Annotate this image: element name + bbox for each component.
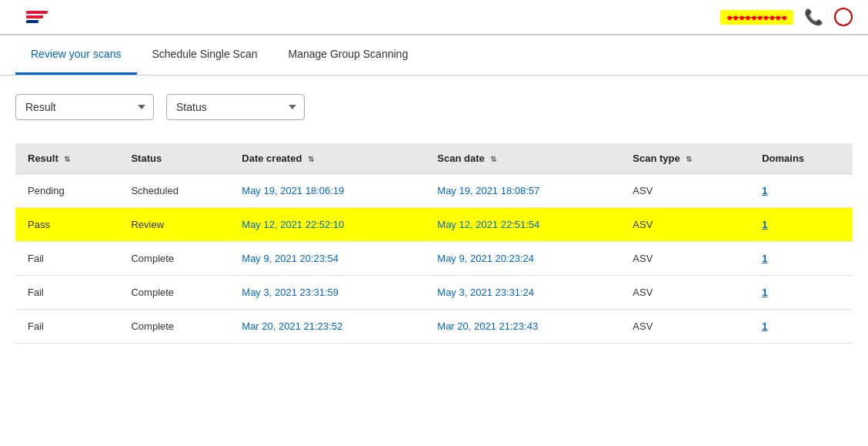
cell-scan_type: ASV bbox=[620, 310, 749, 344]
col-domains: Domains bbox=[749, 143, 853, 174]
header-right: ●●●●●●●●●● 📞 bbox=[720, 8, 853, 26]
table-row: FailCompleteMar 20, 2021 21:23:52Mar 20,… bbox=[15, 310, 853, 344]
table-row: PassReviewMay 12, 2021 22:52:10May 12, 2… bbox=[15, 208, 853, 242]
sort-scan-type-icon: ⇅ bbox=[686, 155, 692, 163]
col-status: Status bbox=[119, 143, 229, 174]
cell-scan_date[interactable]: May 12, 2021 22:51:54 bbox=[425, 208, 620, 242]
col-date-created[interactable]: Date created ⇅ bbox=[229, 143, 425, 174]
sort-scan-date-icon: ⇅ bbox=[490, 155, 496, 163]
help-icon[interactable] bbox=[834, 8, 853, 26]
nav-tabs: Review your scans Schedule Single Scan M… bbox=[0, 35, 868, 75]
cell-domains[interactable]: 1 bbox=[749, 310, 853, 344]
cell-status: Complete bbox=[119, 276, 229, 310]
cell-scan_type: ASV bbox=[620, 242, 749, 276]
phone-icon[interactable]: 📞 bbox=[804, 8, 823, 26]
sort-date-created-icon: ⇅ bbox=[308, 155, 314, 163]
cell-date_created[interactable]: May 12, 2021 22:52:10 bbox=[229, 208, 425, 242]
cell-result: Pass bbox=[15, 208, 119, 242]
cell-result: Fail bbox=[15, 310, 119, 344]
col-result[interactable]: Result ⇅ bbox=[15, 143, 119, 174]
cell-date_created[interactable]: May 3, 2021 23:31:59 bbox=[229, 276, 425, 310]
tab-schedule-scan[interactable]: Schedule Single Scan bbox=[137, 35, 273, 75]
cell-status: Scheduled bbox=[119, 174, 229, 208]
logo-area bbox=[15, 11, 48, 23]
cell-result: Fail bbox=[15, 276, 119, 310]
scans-table: Result ⇅ Status Date created ⇅ Scan date… bbox=[15, 143, 853, 344]
cell-scan_type: ASV bbox=[620, 208, 749, 242]
cell-scan_date[interactable]: Mar 20, 2021 21:23:43 bbox=[425, 310, 620, 344]
cell-domains[interactable]: 1 bbox=[749, 174, 853, 208]
filters: Result Pass Fail Pending Status Schedule… bbox=[15, 94, 853, 120]
header: ●●●●●●●●●● 📞 bbox=[0, 0, 868, 35]
cell-scan_type: ASV bbox=[620, 276, 749, 310]
cell-date_created[interactable]: May 9, 2021 20:23:54 bbox=[229, 242, 425, 276]
table-body: PendingScheduledMay 19, 2021 18:06:19May… bbox=[15, 174, 853, 344]
result-filter[interactable]: Result Pass Fail Pending bbox=[15, 94, 154, 120]
col-scan-date[interactable]: Scan date ⇅ bbox=[425, 143, 620, 174]
logo-icon bbox=[26, 11, 48, 23]
username-display: ●●●●●●●●●● bbox=[720, 10, 793, 25]
cell-domains[interactable]: 1 bbox=[749, 208, 853, 242]
stripe-2 bbox=[26, 15, 44, 18]
cell-domains[interactable]: 1 bbox=[749, 242, 853, 276]
table-header: Result ⇅ Status Date created ⇅ Scan date… bbox=[15, 143, 853, 174]
cell-scan_date[interactable]: May 3, 2021 23:31:24 bbox=[425, 276, 620, 310]
col-scan-type[interactable]: Scan type ⇅ bbox=[620, 143, 749, 174]
sort-result-icon: ⇅ bbox=[64, 155, 70, 163]
cell-result: Fail bbox=[15, 242, 119, 276]
cell-domains[interactable]: 1 bbox=[749, 276, 853, 310]
stripe-3 bbox=[26, 20, 39, 23]
table-row: FailCompleteMay 3, 2021 23:31:59May 3, 2… bbox=[15, 276, 853, 310]
cell-status: Complete bbox=[119, 242, 229, 276]
content-area: Result Pass Fail Pending Status Schedule… bbox=[0, 75, 868, 362]
stripe-1 bbox=[26, 11, 48, 14]
cell-scan_date[interactable]: May 19, 2021 18:08:57 bbox=[425, 174, 620, 208]
tab-manage-group[interactable]: Manage Group Scanning bbox=[273, 35, 424, 75]
cell-scan_type: ASV bbox=[620, 174, 749, 208]
cell-result: Pending bbox=[15, 174, 119, 208]
tab-review-scans[interactable]: Review your scans bbox=[15, 35, 137, 75]
cell-status: Review bbox=[119, 208, 229, 242]
table-row: PendingScheduledMay 19, 2021 18:06:19May… bbox=[15, 174, 853, 208]
table-row: FailCompleteMay 9, 2021 20:23:54May 9, 2… bbox=[15, 242, 853, 276]
cell-status: Complete bbox=[119, 310, 229, 344]
status-filter[interactable]: Status Scheduled Review Complete bbox=[166, 94, 305, 120]
cell-date_created[interactable]: May 19, 2021 18:06:19 bbox=[229, 174, 425, 208]
cell-date_created[interactable]: Mar 20, 2021 21:23:52 bbox=[229, 310, 425, 344]
cell-scan_date[interactable]: May 9, 2021 20:23:24 bbox=[425, 242, 620, 276]
